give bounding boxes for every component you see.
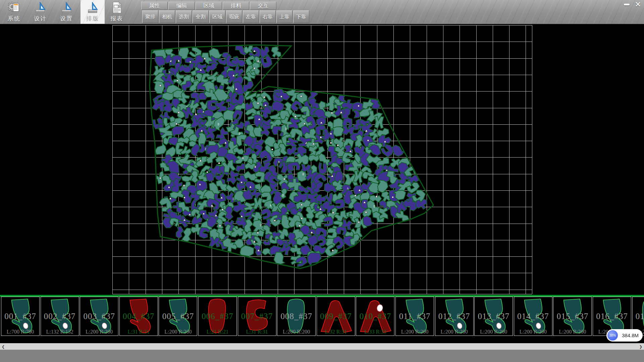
set-square-icon: [34, 1, 47, 14]
thumbnail-name: 004_#37: [120, 312, 158, 321]
thumbnail-name: 002_#37: [41, 312, 79, 321]
thumbnail-lr-count: L:32 R:31: [317, 329, 355, 335]
memory-value: 384.8M: [618, 333, 643, 338]
thumbnail-007[interactable]: 007_#37L:31 R:31: [238, 297, 276, 336]
scroll-right-arrow[interactable]: ❯: [639, 344, 642, 350]
app-window: 系统设计设置排版报表 属性编辑区域排料交互 聚排相机选割全割区域瑕疵左靠右靠上靠…: [0, 0, 644, 362]
tool-button-camera[interactable]: 相机: [159, 10, 175, 23]
thumbnail-010[interactable]: 010_#37L:33 R:33: [356, 297, 394, 336]
toolbar: 系统设计设置排版报表 属性编辑区域排料交互 聚排相机选割全割区域瑕疵左靠右靠上靠…: [0, 0, 644, 24]
thumbnail-006[interactable]: 006_#37L:21 R:21: [198, 297, 237, 336]
thumbnail-lr-count: L:200 R:200: [80, 329, 118, 335]
menu-item-nesting[interactable]: 排料: [223, 2, 249, 10]
main-button-layout[interactable]: 排版: [80, 0, 105, 24]
thumbnail-012[interactable]: 012_#37L:200 R:200: [435, 297, 474, 336]
thumbnail-name: 010_#37: [356, 312, 394, 321]
minimize-button[interactable]: [622, 1, 631, 8]
thumbnail-name: 015_#37: [553, 312, 591, 321]
thumbnail-lr-count: L:200 R:200: [159, 329, 197, 335]
gear-icon: [8, 1, 20, 14]
gear-icon: [8, 2, 19, 11]
set-square-icon: [60, 1, 73, 14]
thumbnail-name: 013_#37: [475, 312, 513, 321]
tool-button-defect[interactable]: 瑕疵: [226, 10, 242, 23]
minimize-icon: [624, 4, 630, 5]
thumbnail-004[interactable]: 004_#37L:31 R:31: [119, 297, 158, 336]
thumbnail-name: 012_#37: [435, 312, 473, 321]
thumbnail-lr-count: L:200 R:200: [435, 329, 473, 335]
thumbnail-003[interactable]: 003_#37L:200 R:200: [80, 297, 118, 336]
thumbnail-009[interactable]: 009_#37L:32 R:31: [317, 297, 355, 336]
thumbnail-name: 016_#37: [593, 312, 631, 321]
thumbnail-lr-count: L:200 R:200: [475, 329, 513, 335]
thumbnail-lr-count: L:31 R:31: [120, 329, 158, 335]
tool-button-area[interactable]: 区域: [209, 10, 225, 23]
thumbnail-name: 007_#37: [238, 312, 276, 321]
thumbnail-008[interactable]: 008_#37L:200 R:200: [277, 297, 316, 336]
set-square-icon: [86, 1, 99, 14]
thumbnail-lr-count: L:200 R:200: [396, 329, 434, 335]
thumbnail-015[interactable]: 015_#37L:200 R:200: [553, 297, 592, 336]
horizontal-scrollbar[interactable]: ❮ ❯: [0, 343, 644, 350]
thumbnail-lr-count: L:200 R:200: [514, 329, 552, 335]
tool-button-snap-bottom[interactable]: 下靠: [293, 10, 309, 23]
close-button[interactable]: ✕: [633, 1, 643, 8]
thumbnail-002[interactable]: 002_#37L:132 R:132: [41, 297, 79, 336]
main-button-label: 排版: [80, 15, 105, 22]
main-button-label: 设计: [28, 15, 52, 22]
window-controls: ✕: [622, 1, 643, 8]
menu-item-attribute[interactable]: 属性: [141, 2, 168, 10]
thumbnail-lr-count: L:132 R:132: [41, 329, 79, 335]
thumbnail-name: 003_#37: [80, 312, 118, 321]
set-square-icon: [88, 2, 98, 13]
strip-separator-line: [0, 295, 644, 296]
main-button-system[interactable]: 系统: [2, 0, 26, 24]
thumbnail-005[interactable]: 005_#37L:200 R:200: [159, 297, 197, 336]
menu-item-interactive[interactable]: 交互: [250, 2, 276, 10]
thumbnail-lr-count: L:33 R:33: [356, 329, 394, 335]
thumbnail-001[interactable]: 001_#37L:700 R:700: [1, 297, 40, 336]
report-icon: [110, 1, 123, 14]
set-square-icon: [62, 2, 71, 13]
main-button-design[interactable]: 设计: [28, 0, 52, 24]
thumbnail-strip: 001_#37L:700 R:700002_#37L:132 R:132003_…: [0, 297, 644, 336]
scroll-left-arrow[interactable]: ❮: [2, 344, 5, 350]
status-bar: [0, 350, 644, 362]
thumbnail-name: 006_#37: [199, 312, 236, 321]
main-button-label: 报表: [105, 15, 129, 22]
thumbnail-name: 008_#37: [277, 312, 315, 321]
thumbnail-014[interactable]: 014_#37L:200 R:200: [514, 297, 552, 336]
thumbnail-lr-count: L:200 R:200: [277, 329, 315, 335]
menu-item-edit[interactable]: 编辑: [168, 2, 195, 10]
tool-button-snap-left[interactable]: 左靠: [243, 10, 259, 23]
set-square-icon: [36, 2, 45, 13]
memory-badge: 38% 384.8M: [606, 329, 643, 342]
thumbnail-lr-count: L:21 R:21: [199, 329, 236, 335]
thumbnail-011[interactable]: 011_#37L:200 R:200: [395, 297, 434, 336]
tool-button-snap-top[interactable]: 上靠: [276, 10, 292, 23]
thumbnail-lr-count: L:700 R:700: [1, 329, 39, 335]
progress-percent: 38%: [607, 330, 618, 341]
thumbnail-013[interactable]: 013_#37L:200 R:200: [474, 297, 513, 336]
tool-button-snap-right[interactable]: 右靠: [260, 10, 276, 23]
thumbnail-name: 017_#37: [633, 312, 644, 321]
close-icon: ✕: [635, 1, 641, 8]
main-button-report[interactable]: 报表: [105, 0, 129, 24]
main-button-label: 设置: [54, 15, 78, 22]
tool-button-select-cut[interactable]: 选割: [176, 10, 192, 23]
menu-item-area[interactable]: 区域: [196, 2, 222, 10]
main-button-settings[interactable]: 设置: [54, 0, 78, 24]
thumbnail-name: 009_#37: [317, 312, 355, 321]
thumbnail-name: 005_#37: [159, 312, 197, 321]
tool-button-cut-all[interactable]: 全割: [193, 10, 209, 23]
report-icon: [113, 2, 121, 13]
thumbnail-name: 014_#37: [514, 312, 552, 321]
thumbnail-lr-count: L:200 R:200: [553, 329, 591, 335]
thumbnail-name: 001_#37: [1, 312, 39, 321]
thumbnail-lr-count: L:31 R:31: [238, 329, 276, 335]
tool-button-cluster[interactable]: 聚排: [142, 10, 158, 23]
thumbnail-name: 011_#37: [396, 312, 434, 321]
main-button-label: 系统: [2, 15, 26, 22]
